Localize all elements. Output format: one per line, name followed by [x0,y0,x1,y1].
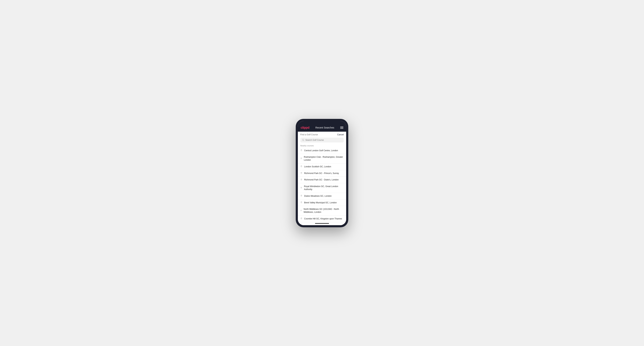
course-list-item[interactable]: London Scottish GC, London [298,164,346,170]
svg-point-7 [301,187,301,188]
phone-shell: clippd Recent Searches Find a Golf Cours… [296,119,348,227]
pin-icon [300,172,302,174]
course-list-item[interactable]: Royal Wimbledon GC, Great London Authori… [298,183,346,193]
pin-icon [300,157,302,160]
course-name: Richmond Park GC - Duke's, London [304,178,339,181]
course-name: Coombe Hill GC, Kingston upon Thames [304,217,342,220]
menu-icon[interactable] [340,127,343,129]
search-input-wrap [298,137,346,144]
search-input[interactable] [305,139,342,141]
menu-line-3 [340,128,343,129]
course-name: London Scottish GC, London [304,165,331,168]
course-list: Central London Golf Centre, London Roeha… [298,147,346,225]
svg-point-2 [301,150,302,150]
pin-icon [300,209,302,212]
course-list-item[interactable]: Central London Golf Centre, London [298,147,346,154]
pin-icon [300,217,302,220]
course-list-item[interactable]: Roehampton Club - Roehampton, Greater Lo… [298,154,346,164]
nearby-section-label: Nearby courses [298,144,346,147]
svg-point-8 [301,195,302,196]
course-list-item[interactable]: Richmond Park GC - Duke's, London [298,176,346,183]
header-title: Recent Searches [315,126,334,129]
course-list-item[interactable]: Coombe Hill GC, Kingston upon Thames [298,216,346,222]
phone-home-bar [315,223,329,224]
course-name: Royal Wimbledon GC, Great London Authori… [304,185,344,191]
course-list-item[interactable]: Richmond Park GC - Prince's, Surrey [298,170,346,177]
svg-point-10 [301,210,301,210]
search-input-inner [300,138,344,143]
svg-point-9 [301,202,302,202]
app-logo: clippd [301,126,310,130]
phone-screen: clippd Recent Searches Find a Golf Cours… [298,121,346,225]
search-container: Find a Golf Course Cancel Nearby courses [298,132,346,225]
cancel-button[interactable]: Cancel [337,133,344,136]
pin-icon [300,187,302,189]
svg-point-4 [301,166,302,167]
course-list-item[interactable]: North Middlesex GC (1011942 - North Midd… [298,206,346,216]
pin-icon [300,179,302,181]
svg-point-3 [301,158,301,159]
course-name: Dukes Meadows GC, London [304,194,332,197]
svg-point-11 [301,218,302,219]
course-name: Richmond Park GC - Prince's, Surrey [304,172,339,175]
phone-notch [313,123,331,125]
course-list-item[interactable]: Brent Valley Municipal GC, London [298,199,346,206]
find-label: Find a Golf Course [300,133,318,136]
pin-icon [300,195,302,197]
pin-icon [300,166,302,168]
pin-icon [300,149,302,152]
svg-line-1 [304,140,304,141]
pin-icon [300,201,302,204]
svg-point-5 [301,173,302,173]
course-name: North Middlesex GC (1011942 - North Midd… [304,208,344,214]
svg-point-6 [301,179,302,180]
course-name: Brent Valley Municipal GC, London [304,201,337,204]
find-bar: Find a Golf Course Cancel [298,132,346,137]
course-name: Roehampton Club - Roehampton, Greater Lo… [304,156,344,162]
menu-line-2 [340,128,343,128]
course-name: Central London Golf Centre, London [304,149,338,152]
menu-line-1 [340,127,343,127]
course-list-item[interactable]: Dukes Meadows GC, London [298,193,346,199]
search-icon [302,139,304,141]
